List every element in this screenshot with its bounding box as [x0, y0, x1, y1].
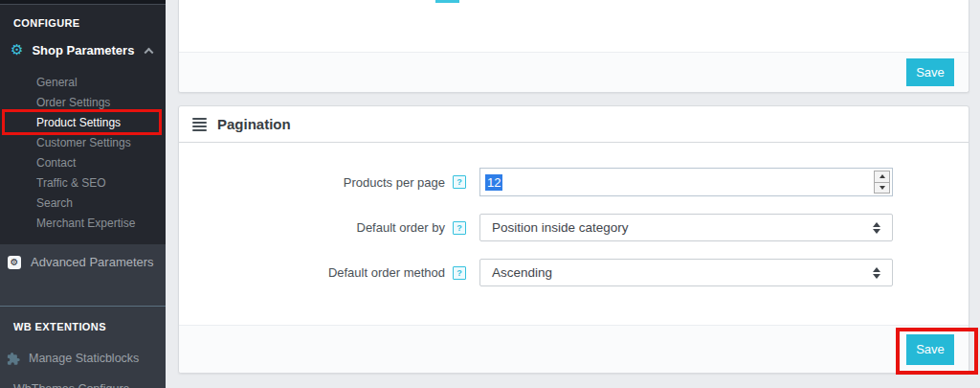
- default-order-method-value: Ascending: [492, 265, 552, 280]
- field-control-wrap: 12: [479, 168, 893, 196]
- save-button-pagination[interactable]: Save: [906, 334, 954, 365]
- pagination-panel-header: Pagination: [179, 106, 969, 143]
- sidebar-item-contact[interactable]: Contact: [0, 153, 166, 173]
- default-order-by-label: Default order by: [357, 220, 446, 235]
- pagination-panel-footer: Save: [179, 325, 969, 373]
- stepper-up-icon[interactable]: [875, 171, 889, 182]
- advanced-parameters-icon: ⚙: [8, 256, 21, 269]
- default-order-by-value: Position inside category: [492, 220, 629, 235]
- default-order-by-select[interactable]: Position inside category: [479, 214, 893, 241]
- puzzle-icon: [5, 351, 20, 366]
- sidebar-configure-section: CONFIGURE ⚙ Shop Parameters General Orde…: [0, 5, 166, 244]
- default-order-method-select[interactable]: Ascending: [479, 259, 893, 286]
- sidebar-item-traffic-seo[interactable]: Traffic & SEO: [0, 173, 166, 194]
- sidebar-item-shop-parameters[interactable]: ⚙ Shop Parameters: [0, 34, 166, 66]
- sidebar-item-advanced-parameters[interactable]: ⚙ Advanced Parameters: [0, 244, 166, 280]
- products-per-page-label: Products per page: [344, 175, 445, 190]
- sidebar-item-wbthemes-configure[interactable]: WbThemes Configure: [0, 377, 166, 388]
- number-stepper[interactable]: [874, 171, 890, 194]
- default-order-method-label: Default order method: [328, 265, 445, 280]
- top-panel-footer: Save: [179, 52, 969, 92]
- top-settings-panel: Save: [178, 0, 969, 93]
- sidebar-section-header-wb-extensions: WB EXTENTIONS: [0, 307, 166, 338]
- sidebar-item-product-settings[interactable]: Product Settings: [0, 113, 166, 133]
- sidebar-item-manage-staticblocks[interactable]: Manage Staticblocks: [0, 346, 166, 371]
- pagination-form: Products per page ? 12 Default order by …: [179, 143, 969, 286]
- field-control-wrap: Position inside category: [479, 214, 893, 241]
- help-icon[interactable]: ?: [453, 175, 466, 189]
- sidebar-item-order-settings[interactable]: Order Settings: [0, 93, 166, 113]
- stepper-down-icon[interactable]: [875, 182, 889, 194]
- field-label-wrap: Default order by ?: [179, 220, 466, 235]
- sidebar-item-general[interactable]: General: [0, 73, 166, 93]
- sidebar-item-search[interactable]: Search: [0, 194, 166, 214]
- gear-icon: ⚙: [11, 43, 23, 57]
- sidebar-item-label: WbThemes Configure: [13, 382, 130, 388]
- sidebar-item-label: Shop Parameters: [32, 43, 134, 57]
- sidebar-section-header-configure: CONFIGURE: [0, 5, 166, 34]
- products-per-page-value: 12: [485, 174, 502, 191]
- sidebar-item-customer-settings[interactable]: Customer Settings: [0, 133, 166, 153]
- form-row-default-order-method: Default order method ? Ascending: [179, 259, 969, 286]
- form-row-products-per-page: Products per page ? 12: [179, 168, 969, 196]
- save-button-top[interactable]: Save: [906, 58, 954, 86]
- form-row-default-order-by: Default order by ? Position inside categ…: [179, 214, 969, 241]
- help-icon[interactable]: ?: [453, 266, 466, 280]
- hamburger-icon: [192, 118, 207, 131]
- sidebar: CONFIGURE ⚙ Shop Parameters General Orde…: [0, 0, 166, 388]
- products-per-page-input[interactable]: 12: [479, 168, 893, 196]
- sidebar-item-merchant-expertise[interactable]: Merchant Expertise: [0, 214, 166, 234]
- field-label-wrap: Default order method ?: [179, 265, 466, 280]
- help-icon-fragment: [435, 0, 459, 3]
- sidebar-item-label: Advanced Parameters: [31, 255, 154, 269]
- pagination-panel-title: Pagination: [217, 116, 291, 132]
- pagination-panel: Pagination Products per page ? 12 Defaul…: [178, 105, 969, 374]
- shop-parameters-submenu: General Order Settings Product Settings …: [0, 66, 166, 236]
- field-label-wrap: Products per page ?: [179, 175, 466, 190]
- chevron-up-icon: [145, 47, 154, 57]
- help-icon[interactable]: ?: [453, 221, 466, 235]
- select-updown-icon: [873, 222, 880, 234]
- select-updown-icon: [873, 267, 880, 279]
- sidebar-item-label: Manage Staticblocks: [29, 352, 139, 365]
- field-control-wrap: Ascending: [479, 259, 893, 286]
